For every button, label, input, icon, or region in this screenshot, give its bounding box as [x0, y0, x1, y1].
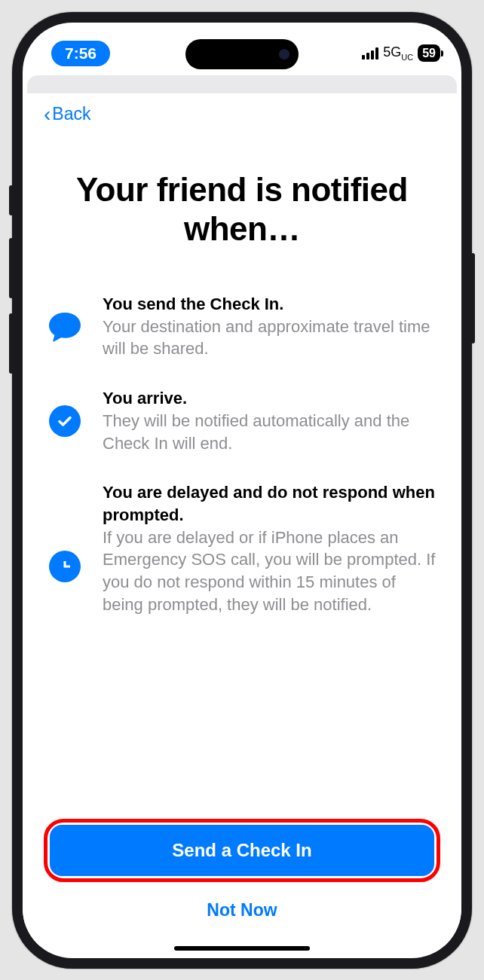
- highlight-ring: Send a Check In: [44, 819, 440, 882]
- dynamic-island: [185, 39, 299, 69]
- back-button[interactable]: ‹ Back: [44, 102, 90, 127]
- camera-icon: [279, 49, 289, 60]
- item-title: You arrive.: [103, 387, 437, 410]
- side-button: [9, 313, 14, 374]
- item-text: You are delayed and do not respond when …: [103, 481, 437, 615]
- side-button: [9, 238, 14, 298]
- checkmark-icon: [47, 405, 83, 437]
- info-list: You send the Check In. Your destination …: [44, 293, 440, 615]
- signal-icon: [362, 47, 378, 60]
- chevron-left-icon: ‹: [44, 102, 51, 127]
- phone-frame: 7:56 5GUC 59 ‹ Back Your friend is notif…: [12, 12, 472, 969]
- battery-icon: 59: [418, 44, 440, 62]
- side-button: [9, 185, 14, 215]
- list-item: You send the Check In. Your destination …: [47, 293, 437, 360]
- item-desc: They will be notified automatically and …: [103, 410, 437, 454]
- home-indicator[interactable]: [174, 946, 310, 951]
- status-right: 5GUC 59: [362, 44, 440, 62]
- item-title: You are delayed and do not respond when …: [103, 481, 437, 526]
- nav-bar: ‹ Back: [44, 93, 440, 127]
- status-time[interactable]: 7:56: [51, 41, 110, 66]
- content: ‹ Back Your friend is notified when… You…: [23, 93, 461, 946]
- item-text: You send the Check In. Your destination …: [103, 293, 437, 360]
- item-desc: Your destination and approximate travel …: [103, 316, 437, 360]
- sheet-handle[interactable]: [27, 75, 457, 93]
- not-now-button[interactable]: Not Now: [44, 882, 440, 933]
- footer: Send a Check In Not Now: [44, 819, 440, 946]
- item-title: You send the Check In.: [103, 293, 437, 316]
- page-title: Your friend is notified when…: [44, 170, 440, 250]
- list-item: You arrive. They will be notified automa…: [47, 387, 437, 454]
- list-item: You are delayed and do not respond when …: [47, 481, 437, 615]
- back-label: Back: [52, 104, 90, 124]
- network-label: 5GUC: [383, 45, 413, 62]
- screen: 7:56 5GUC 59 ‹ Back Your friend is notif…: [23, 23, 461, 958]
- side-button: [470, 253, 475, 343]
- item-text: You arrive. They will be notified automa…: [103, 387, 437, 454]
- send-check-in-button[interactable]: Send a Check In: [50, 825, 434, 876]
- item-desc: If you are delayed or if iPhone places a…: [103, 527, 437, 616]
- clock-icon: [47, 551, 83, 582]
- chat-bubble-icon: [47, 311, 83, 343]
